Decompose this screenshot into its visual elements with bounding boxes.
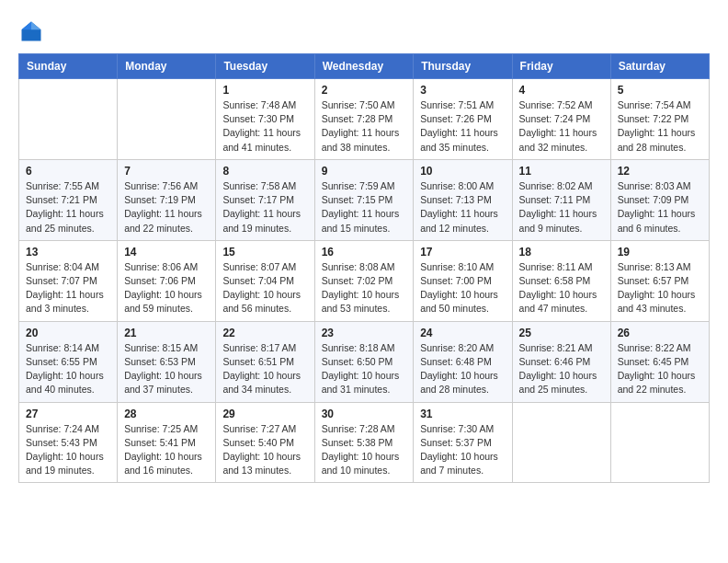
day-number: 5 bbox=[618, 84, 702, 97]
calendar-cell: 11Sunrise: 8:02 AMSunset: 7:11 PMDayligh… bbox=[512, 159, 610, 240]
day-number: 21 bbox=[124, 327, 209, 339]
day-header-tuesday: Tuesday bbox=[216, 54, 314, 79]
day-info: Sunrise: 7:54 AMSunset: 7:22 PMDaylight:… bbox=[618, 98, 702, 155]
day-info: Sunrise: 8:04 AMSunset: 7:07 PMDaylight:… bbox=[26, 260, 110, 316]
day-number: 30 bbox=[322, 408, 407, 420]
day-number: 22 bbox=[222, 327, 307, 339]
calendar-header-row: SundayMondayTuesdayWednesdayThursdayFrid… bbox=[19, 54, 710, 79]
day-number: 9 bbox=[322, 165, 407, 178]
calendar-cell: 25Sunrise: 8:21 AMSunset: 6:46 PMDayligh… bbox=[512, 321, 610, 402]
calendar-cell bbox=[19, 79, 118, 160]
calendar-cell: 28Sunrise: 7:25 AMSunset: 5:41 PMDayligh… bbox=[118, 402, 216, 483]
day-number: 8 bbox=[222, 165, 307, 178]
day-number: 7 bbox=[124, 165, 209, 178]
calendar-cell: 14Sunrise: 8:06 AMSunset: 7:06 PMDayligh… bbox=[118, 240, 216, 321]
calendar-cell bbox=[512, 402, 610, 483]
day-info: Sunrise: 7:48 AMSunset: 7:30 PMDaylight:… bbox=[222, 98, 307, 155]
calendar-cell: 3Sunrise: 7:51 AMSunset: 7:26 PMDaylight… bbox=[414, 79, 512, 160]
calendar-week-row: 27Sunrise: 7:24 AMSunset: 5:43 PMDayligh… bbox=[19, 402, 710, 483]
day-info: Sunrise: 8:15 AMSunset: 6:53 PMDaylight:… bbox=[124, 341, 209, 397]
day-info: Sunrise: 8:08 AMSunset: 7:02 PMDaylight:… bbox=[322, 260, 407, 316]
calendar-cell: 6Sunrise: 7:55 AMSunset: 7:21 PMDaylight… bbox=[19, 159, 118, 240]
calendar-cell: 27Sunrise: 7:24 AMSunset: 5:43 PMDayligh… bbox=[19, 402, 118, 483]
day-info: Sunrise: 8:10 AMSunset: 7:00 PMDaylight:… bbox=[420, 260, 505, 316]
calendar-cell: 15Sunrise: 8:07 AMSunset: 7:04 PMDayligh… bbox=[216, 240, 314, 321]
calendar-cell: 1Sunrise: 7:48 AMSunset: 7:30 PMDaylight… bbox=[216, 79, 314, 160]
day-info: Sunrise: 7:58 AMSunset: 7:17 PMDaylight:… bbox=[222, 179, 307, 236]
day-header-monday: Monday bbox=[118, 54, 216, 79]
day-number: 1 bbox=[222, 84, 307, 97]
calendar-cell: 24Sunrise: 8:20 AMSunset: 6:48 PMDayligh… bbox=[414, 321, 512, 402]
day-header-saturday: Saturday bbox=[610, 54, 709, 79]
calendar-cell: 5Sunrise: 7:54 AMSunset: 7:22 PMDaylight… bbox=[610, 79, 709, 160]
day-info: Sunrise: 7:28 AMSunset: 5:38 PMDaylight:… bbox=[322, 422, 407, 478]
day-info: Sunrise: 8:00 AMSunset: 7:13 PMDaylight:… bbox=[420, 179, 505, 236]
calendar-cell: 9Sunrise: 7:59 AMSunset: 7:15 PMDaylight… bbox=[314, 159, 414, 240]
page-header bbox=[18, 18, 710, 44]
calendar-cell: 4Sunrise: 7:52 AMSunset: 7:24 PMDaylight… bbox=[512, 79, 610, 160]
calendar-cell: 16Sunrise: 8:08 AMSunset: 7:02 PMDayligh… bbox=[314, 240, 414, 321]
calendar-cell: 19Sunrise: 8:13 AMSunset: 6:57 PMDayligh… bbox=[610, 240, 709, 321]
svg-marker-2 bbox=[22, 22, 32, 30]
day-number: 20 bbox=[26, 327, 110, 339]
calendar-cell bbox=[118, 79, 216, 160]
day-info: Sunrise: 7:27 AMSunset: 5:40 PMDaylight:… bbox=[222, 422, 307, 478]
day-info: Sunrise: 7:30 AMSunset: 5:37 PMDaylight:… bbox=[420, 422, 505, 478]
day-number: 17 bbox=[420, 246, 505, 259]
calendar-cell: 7Sunrise: 7:56 AMSunset: 7:19 PMDaylight… bbox=[118, 159, 216, 240]
day-number: 18 bbox=[519, 246, 604, 259]
day-info: Sunrise: 8:02 AMSunset: 7:11 PMDaylight:… bbox=[519, 179, 604, 236]
day-number: 27 bbox=[26, 408, 110, 420]
day-number: 12 bbox=[618, 165, 702, 178]
calendar-cell: 13Sunrise: 8:04 AMSunset: 7:07 PMDayligh… bbox=[19, 240, 118, 321]
day-info: Sunrise: 8:17 AMSunset: 6:51 PMDaylight:… bbox=[222, 341, 307, 397]
day-header-friday: Friday bbox=[512, 54, 610, 79]
day-info: Sunrise: 8:07 AMSunset: 7:04 PMDaylight:… bbox=[222, 260, 307, 316]
day-info: Sunrise: 8:21 AMSunset: 6:46 PMDaylight:… bbox=[519, 341, 604, 397]
day-number: 15 bbox=[222, 246, 307, 259]
day-number: 29 bbox=[222, 408, 307, 420]
calendar-week-row: 20Sunrise: 8:14 AMSunset: 6:55 PMDayligh… bbox=[19, 321, 710, 402]
day-info: Sunrise: 8:18 AMSunset: 6:50 PMDaylight:… bbox=[322, 341, 407, 397]
calendar-cell: 12Sunrise: 8:03 AMSunset: 7:09 PMDayligh… bbox=[610, 159, 709, 240]
calendar-cell: 18Sunrise: 8:11 AMSunset: 6:58 PMDayligh… bbox=[512, 240, 610, 321]
day-number: 3 bbox=[420, 84, 505, 97]
day-header-thursday: Thursday bbox=[414, 54, 512, 79]
day-info: Sunrise: 8:20 AMSunset: 6:48 PMDaylight:… bbox=[420, 341, 505, 397]
calendar-week-row: 1Sunrise: 7:48 AMSunset: 7:30 PMDaylight… bbox=[19, 79, 710, 160]
calendar-cell: 26Sunrise: 8:22 AMSunset: 6:45 PMDayligh… bbox=[610, 321, 709, 402]
day-number: 23 bbox=[322, 327, 407, 339]
logo-icon bbox=[18, 18, 44, 44]
day-number: 13 bbox=[26, 246, 110, 259]
day-number: 31 bbox=[420, 408, 505, 420]
logo bbox=[18, 18, 48, 44]
day-number: 10 bbox=[420, 165, 505, 178]
day-number: 6 bbox=[26, 165, 110, 178]
day-number: 2 bbox=[322, 84, 407, 97]
calendar-cell: 23Sunrise: 8:18 AMSunset: 6:50 PMDayligh… bbox=[314, 321, 414, 402]
day-info: Sunrise: 7:25 AMSunset: 5:41 PMDaylight:… bbox=[124, 422, 209, 478]
calendar-cell: 20Sunrise: 8:14 AMSunset: 6:55 PMDayligh… bbox=[19, 321, 118, 402]
day-number: 16 bbox=[322, 246, 407, 259]
calendar-cell: 22Sunrise: 8:17 AMSunset: 6:51 PMDayligh… bbox=[216, 321, 314, 402]
svg-marker-1 bbox=[31, 22, 41, 30]
day-info: Sunrise: 7:55 AMSunset: 7:21 PMDaylight:… bbox=[26, 179, 110, 236]
day-info: Sunrise: 7:59 AMSunset: 7:15 PMDaylight:… bbox=[322, 179, 407, 236]
day-info: Sunrise: 8:14 AMSunset: 6:55 PMDaylight:… bbox=[26, 341, 110, 397]
calendar-cell: 31Sunrise: 7:30 AMSunset: 5:37 PMDayligh… bbox=[414, 402, 512, 483]
day-number: 4 bbox=[519, 84, 604, 97]
day-info: Sunrise: 7:52 AMSunset: 7:24 PMDaylight:… bbox=[519, 98, 604, 155]
day-info: Sunrise: 8:13 AMSunset: 6:57 PMDaylight:… bbox=[618, 260, 702, 316]
calendar-cell bbox=[610, 402, 709, 483]
day-number: 11 bbox=[519, 165, 604, 178]
calendar-cell: 10Sunrise: 8:00 AMSunset: 7:13 PMDayligh… bbox=[414, 159, 512, 240]
day-number: 26 bbox=[618, 327, 702, 339]
calendar-cell: 21Sunrise: 8:15 AMSunset: 6:53 PMDayligh… bbox=[118, 321, 216, 402]
day-info: Sunrise: 8:06 AMSunset: 7:06 PMDaylight:… bbox=[124, 260, 209, 316]
day-info: Sunrise: 8:22 AMSunset: 6:45 PMDaylight:… bbox=[618, 341, 702, 397]
calendar-cell: 29Sunrise: 7:27 AMSunset: 5:40 PMDayligh… bbox=[216, 402, 314, 483]
day-number: 14 bbox=[124, 246, 209, 259]
day-number: 19 bbox=[618, 246, 702, 259]
day-header-sunday: Sunday bbox=[19, 54, 118, 79]
day-info: Sunrise: 7:51 AMSunset: 7:26 PMDaylight:… bbox=[420, 98, 505, 155]
